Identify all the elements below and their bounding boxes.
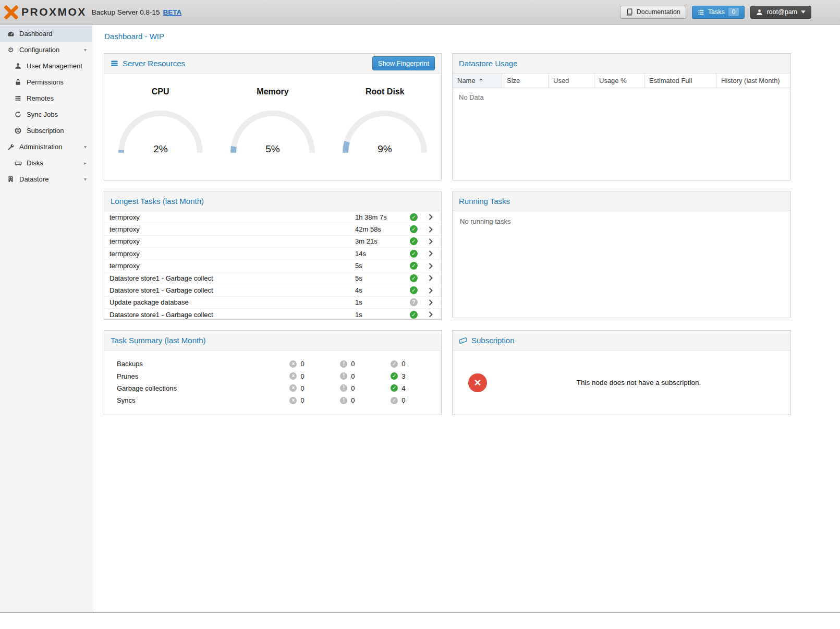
warning-status-icon: ! <box>340 360 347 368</box>
gears-icon: ⚙ <box>7 46 15 54</box>
error-status-icon: × <box>289 360 297 368</box>
longest-tasks-list[interactable]: termproxy1h 38m 7s✓termproxy42m 58s✓term… <box>104 211 441 319</box>
task-duration: 1h 38m 7s <box>355 213 410 221</box>
hard-disk-icon <box>14 160 22 167</box>
task-duration: 5s <box>355 274 410 282</box>
sync-icon <box>14 111 22 118</box>
sidebar-item-sync-jobs[interactable]: Sync Jobs <box>0 106 92 123</box>
panel-title: Datastore Usage <box>459 59 518 68</box>
task-row[interactable]: termproxy1h 38m 7s✓ <box>104 211 441 223</box>
task-duration: 14s <box>355 250 410 258</box>
column-label: Estimated Full <box>649 77 692 84</box>
ok-status-icon: ✓ <box>410 250 418 258</box>
task-row[interactable]: termproxy5s✓ <box>104 260 441 272</box>
chevron-right-icon[interactable] <box>427 214 434 220</box>
sidebar-item-remotes[interactable]: Remotes <box>0 90 92 106</box>
error-status-icon: × <box>289 397 297 404</box>
ok-status-icon: ✓ <box>391 360 398 368</box>
task-row[interactable]: Update package database1s? <box>104 297 441 309</box>
task-name: termproxy <box>109 237 355 245</box>
task-row[interactable]: termproxy14s✓ <box>104 248 441 260</box>
show-fingerprint-button[interactable]: Show Fingerprint <box>372 56 435 70</box>
task-duration: 4s <box>355 286 410 294</box>
gauge-value: 9% <box>378 143 393 154</box>
unknown-status-icon: ? <box>410 298 418 306</box>
tasks-button[interactable]: Tasks 0 <box>692 6 745 19</box>
column-header-size[interactable]: Size <box>502 74 549 88</box>
task-row[interactable]: termproxy3m 21s✓ <box>104 236 441 248</box>
task-summary-rows: Backups×0!0✓0Prunes×0!0✓3Garbage collect… <box>104 350 441 415</box>
task-row[interactable]: termproxy42m 58s✓ <box>104 223 441 235</box>
column-header-used[interactable]: Used <box>549 74 594 88</box>
summary-label: Syncs <box>117 396 289 404</box>
column-header-history[interactable]: History (last Month) <box>716 74 790 88</box>
column-header-estimated-full[interactable]: Estimated Full <box>644 74 716 88</box>
gauge-value: 5% <box>265 143 280 154</box>
server-resources-body: CPU 2% Memory 5 <box>104 74 441 180</box>
datastore-usage-body: Name Size Used Usage % Estimated Full Hi… <box>453 74 790 180</box>
running-tasks-body: No running tasks <box>453 211 790 318</box>
caret-down-icon[interactable]: ▾ <box>84 47 87 53</box>
task-row[interactable]: Datastore store1 - Garbage collect1s✓ <box>104 309 441 319</box>
documentation-button[interactable]: Documentation <box>620 6 686 19</box>
chevron-right-icon[interactable] <box>427 275 434 281</box>
tasks-label: Tasks <box>708 8 725 16</box>
warning-status-icon: ! <box>340 397 347 404</box>
summary-count: 0 <box>351 372 355 380</box>
datastore-usage-panel: Datastore Usage Name Size Used <box>452 53 791 180</box>
sidebar-item-subscription[interactable]: Subscription <box>0 123 92 139</box>
summary-label: Garbage collections <box>117 384 289 392</box>
sidebar-item-dashboard[interactable]: Dashboard <box>0 26 92 42</box>
support-ring-icon <box>14 127 22 134</box>
chevron-right-icon[interactable] <box>427 299 434 306</box>
dashboard-gauge-icon <box>7 30 15 38</box>
column-header-name[interactable]: Name <box>453 74 502 88</box>
caret-down-icon[interactable]: ▾ <box>84 176 87 182</box>
summary-count: 0 <box>401 360 405 368</box>
gauge-label: Memory <box>222 87 324 96</box>
sidebar-item-datastore[interactable]: Datastore ▾ <box>0 171 92 187</box>
summary-count: 0 <box>300 396 304 404</box>
page-titlebar: Dashboard - WIP <box>92 25 840 46</box>
chevron-right-icon[interactable] <box>427 263 434 269</box>
task-name: termproxy <box>109 262 355 270</box>
brand-text: PROXMOX <box>21 6 87 18</box>
panel-title: Server Resources <box>123 59 185 68</box>
task-row[interactable]: Datastore store1 - Garbage collect5s✓ <box>104 272 441 284</box>
subscription-message: This node does not have a subscription. <box>487 379 790 386</box>
sidebar-item-disks[interactable]: Disks ▸ <box>0 155 92 171</box>
beta-link[interactable]: BETA <box>163 8 181 16</box>
summary-stat: ✓0 <box>391 396 441 404</box>
memory-gauge: Memory 5% <box>222 87 324 158</box>
task-row[interactable]: Datastore store1 - Garbage collect4s✓ <box>104 284 441 296</box>
summary-label: Prunes <box>117 372 289 380</box>
longest-tasks-header: Longest Tasks (last Month) <box>104 191 441 211</box>
sidebar-item-user-management[interactable]: User Management <box>0 58 92 74</box>
chevron-right-icon[interactable] <box>427 238 434 245</box>
main-layout: Dashboard ⚙ Configuration ▾ User Managem… <box>0 25 840 613</box>
caret-down-icon <box>801 10 806 14</box>
column-header-usage[interactable]: Usage % <box>594 74 644 88</box>
summary-label: Backups <box>117 360 289 368</box>
sidebar-item-configuration[interactable]: ⚙ Configuration ▾ <box>0 42 92 58</box>
caret-down-icon[interactable]: ▾ <box>84 144 87 150</box>
tasks-count-badge: 0 <box>728 8 739 16</box>
unlock-icon <box>14 79 22 86</box>
summary-count: 0 <box>351 396 355 404</box>
sidebar-item-permissions[interactable]: Permissions <box>0 74 92 90</box>
ok-status-icon: ✓ <box>410 311 418 319</box>
user-menu-button[interactable]: root@pam <box>750 6 811 19</box>
chevron-right-icon[interactable] <box>427 250 434 257</box>
ticket-icon <box>459 336 467 345</box>
chevron-right-icon[interactable] <box>427 287 434 294</box>
longest-tasks-panel: Longest Tasks (last Month) termproxy1h 3… <box>104 191 442 320</box>
task-list-icon <box>698 9 704 16</box>
sidebar-item-administration[interactable]: Administration ▾ <box>0 139 92 155</box>
caret-right-icon[interactable]: ▸ <box>84 160 87 166</box>
chevron-right-icon[interactable] <box>427 311 434 318</box>
summary-stat: !0 <box>340 372 391 380</box>
server-resources-header: Server Resources Show Fingerprint <box>104 54 441 74</box>
ok-status-icon: ✓ <box>410 286 418 294</box>
summary-stat: ×0 <box>289 396 340 404</box>
chevron-right-icon[interactable] <box>427 226 434 233</box>
